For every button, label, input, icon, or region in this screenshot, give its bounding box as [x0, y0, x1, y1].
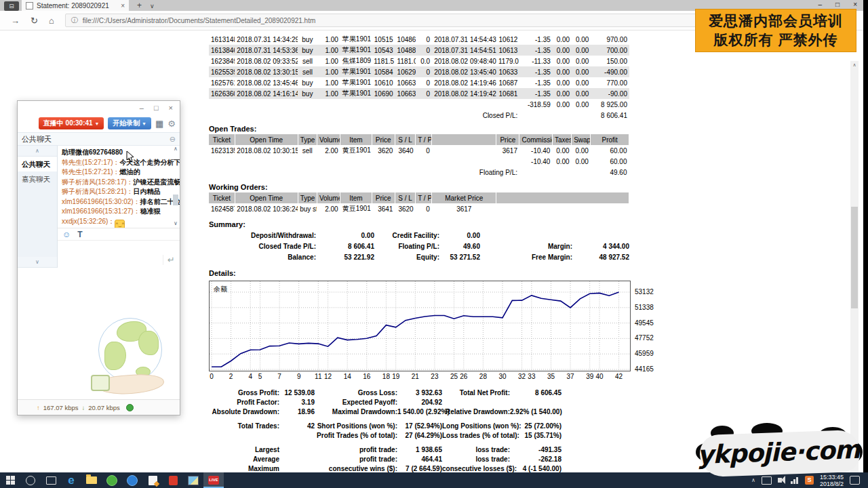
table-cell: 1626360 [209, 88, 235, 99]
edge-taskbar-icon[interactable]: e [61, 472, 81, 488]
table-cell: -1.35 [519, 34, 552, 45]
green-browser-icon[interactable] [102, 472, 122, 488]
table-cell: 黄豆1901 [340, 203, 372, 214]
taskbar-clock[interactable]: 15:33:45 2018/8/2 [820, 474, 844, 487]
sidebar-down-icon[interactable]: ∨ [18, 257, 57, 268]
stat-value: 464.41 [397, 455, 442, 464]
minimize-button[interactable]: – [818, 0, 823, 9]
table-cell: 2018.08.02 14:16:14 [235, 88, 298, 99]
scrollbar-thumb[interactable] [173, 195, 178, 205]
network-icon[interactable] [791, 477, 799, 484]
x-axis-tick: 33 [526, 373, 538, 380]
connection-status-icon [126, 404, 134, 411]
x-axis-tick: 0 [205, 373, 218, 380]
ime-icon[interactable] [762, 476, 772, 485]
maximize-button[interactable]: □ [835, 0, 840, 9]
statement-report: 16131482018.07.31 14:34:29buy1.00苹果19011… [209, 34, 677, 488]
sidebar-item-guest-chat[interactable]: 嘉宾聊天 [18, 171, 57, 186]
notes-app-icon[interactable] [142, 472, 163, 488]
tab-list-chevron-icon[interactable]: ∨ [150, 3, 155, 9]
table-cell: 10515 [372, 34, 395, 45]
blue-browser-icon[interactable] [122, 472, 142, 488]
table-cell: 0.00 [572, 145, 591, 156]
message-scrollbar[interactable]: ∧ ∨ [172, 146, 180, 228]
banner-line1: 爱思潘内部会员培训 [709, 12, 843, 30]
gear-icon[interactable]: ⚙ [167, 119, 176, 129]
scroll-up-icon[interactable]: ∧ [172, 146, 180, 152]
volume-icon[interactable] [778, 478, 782, 483]
reader-app-icon[interactable] [163, 472, 183, 488]
collapse-icon[interactable]: ⊖ [170, 135, 176, 144]
live-app-icon[interactable]: LIVE [203, 472, 224, 488]
refresh-button[interactable]: ↻ [31, 16, 38, 26]
summary-cell: Balance: [209, 252, 316, 263]
cortana-search-button[interactable] [20, 472, 41, 488]
summary-cell: Closed Trade P/L: [209, 241, 316, 252]
x-axis-tick: 14 [341, 373, 353, 380]
open-trades-table: TicketOpen TimeTypeVolumeItemPriceS / LT… [209, 134, 629, 178]
download-speed: 20.07 kbps [88, 404, 119, 411]
table-cell: 1624587 [209, 203, 235, 214]
table-cell: 2.00 [317, 145, 340, 156]
table-cell: 0 [416, 203, 432, 214]
tab-close-icon[interactable]: × [121, 2, 125, 9]
table-cell: 2018.08.02 10:36:24 [235, 203, 298, 214]
scroll-down-icon[interactable]: ∨ [172, 220, 180, 226]
scroll-up-icon[interactable]: ∧ [850, 61, 859, 69]
page-scrollbar[interactable]: ∧ [850, 61, 859, 488]
sidebar-up-icon[interactable]: ∧ [18, 146, 57, 157]
y-axis-tick: 44165 [635, 365, 654, 373]
table-cell [209, 156, 519, 167]
new-tab-button[interactable]: + [137, 1, 142, 10]
layout-grid-icon[interactable]: ▦ [155, 119, 163, 129]
table-cell: 焦煤1809 [340, 56, 372, 66]
emoji-picker-icon[interactable]: ☺ [62, 230, 71, 239]
x-axis-tick: 5 [254, 373, 267, 380]
close-button[interactable]: × [853, 0, 857, 9]
chat-maximize-button[interactable]: □ [154, 104, 159, 112]
hidden-icons-chevron-icon[interactable]: ∧ [751, 477, 755, 483]
table-cell: 0.00 [572, 34, 591, 45]
start-button[interactable] [0, 472, 20, 488]
sougou-tray-icon[interactable]: S [805, 476, 814, 485]
photos-app-icon[interactable] [183, 472, 203, 488]
tabs-aside-icon[interactable]: ⊟ [4, 1, 19, 11]
send-enter-icon[interactable]: ↵ [163, 255, 175, 265]
chat-message: xxdjx(15:32:26)：^‿^ [62, 217, 170, 228]
live-status-button[interactable]: 直播中 00:30:41 ▼ [39, 117, 104, 129]
table-cell: 黄豆1901 [340, 145, 372, 156]
page-info-icon[interactable]: ⓘ [71, 16, 78, 25]
action-center-icon[interactable] [850, 476, 860, 485]
chat-close-button[interactable]: × [169, 104, 173, 112]
start-record-button[interactable]: 开始录制 ▼ [108, 117, 151, 129]
chat-input[interactable]: ↵ [58, 240, 180, 268]
address-bar[interactable]: ⓘ file:///C:/Users/Administrator/Documen… [65, 14, 713, 27]
table-cell: 1623849 [209, 56, 235, 66]
table-cell: 1181.5 [372, 56, 395, 66]
chat-message: 韩先生(15:27:21)：燃油的 [62, 167, 170, 178]
scrollbar-thumb[interactable] [851, 207, 858, 308]
browser-tab[interactable]: Statement: 2089020921 × [22, 0, 129, 11]
chat-minimize-button[interactable]: – [140, 104, 144, 112]
home-button[interactable]: ⌂ [49, 16, 54, 26]
table-cell: 10687 [496, 77, 519, 88]
column-header: Item [340, 192, 372, 203]
table-cell: 苹果1901 [340, 77, 372, 88]
sidebar-item-public-chat[interactable]: 公共聊天 [18, 157, 57, 171]
font-format-icon[interactable]: T [77, 230, 82, 239]
table-cell: 2018.07.31 14:54:51 [432, 45, 496, 56]
live-chat-window: – □ × 直播中 00:30:41 ▼ 开始录制 ▼ ▦ ⚙ 公共聊天 ⊖ ∧… [17, 100, 180, 415]
table-cell: 1181.0 [395, 56, 416, 66]
stat-label: Maximal Drawdown: [315, 407, 397, 417]
table-cell: buy stop [298, 203, 317, 214]
forward-button[interactable]: → [11, 16, 20, 26]
file-explorer-icon[interactable] [81, 472, 102, 488]
column-header: Price [372, 192, 395, 203]
stat-value: 1 938.65 [397, 445, 442, 455]
stat-value: 12 539.08 [279, 388, 315, 398]
summary-cell: 48 927.52 [572, 252, 629, 263]
table-cell: 0 [416, 88, 432, 99]
task-view-button[interactable] [41, 472, 61, 488]
summary-cell: Free Margin: [480, 252, 572, 263]
chat-status-bar: ↑ 167.07 kbps ↓ 20.07 kbps [18, 399, 180, 415]
